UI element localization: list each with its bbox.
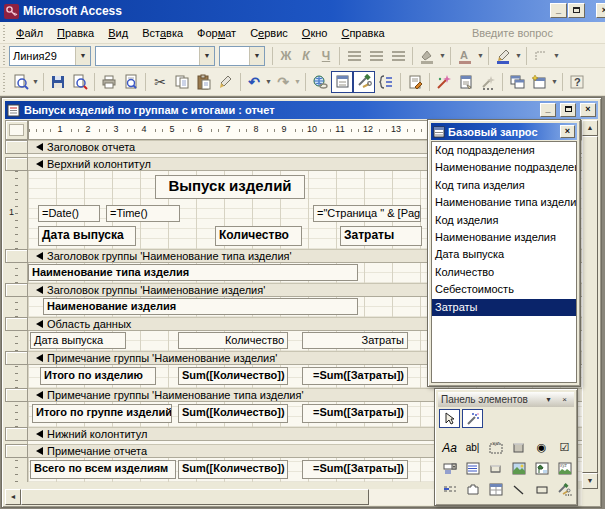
section-selector[interactable]	[5, 351, 28, 365]
section-selector[interactable]	[5, 283, 28, 297]
section-selector[interactable]	[5, 140, 28, 154]
new-object-button[interactable]	[528, 71, 550, 93]
scroll-left-button[interactable]: ◄	[5, 489, 21, 505]
grand-total-label[interactable]: Всего по всем изделиям	[30, 460, 176, 479]
scroll-down-button[interactable]: ▼	[582, 473, 598, 489]
field-item[interactable]: Наименование типа изделия	[432, 194, 576, 211]
object-selector-combo[interactable]: Линия29 ▼	[9, 46, 91, 66]
grand-sum-cost-textbox[interactable]: =Sum([Затраты])	[302, 460, 408, 479]
scroll-up-button[interactable]: ▲	[582, 120, 598, 136]
toggle-button-control[interactable]	[508, 438, 529, 457]
fill-color-dropdown[interactable]: ▼	[438, 45, 447, 67]
horizontal-scroll-thumb[interactable]	[21, 489, 369, 505]
font-name-combo[interactable]: ▼	[95, 46, 215, 66]
report-window-titlebar[interactable]: Выпуск изделий по группам с итогами : от…	[5, 101, 598, 119]
app-close-button[interactable]: ×	[596, 3, 605, 18]
menu-tools[interactable]: Сервис	[243, 25, 295, 41]
undo-dropdown[interactable]: ▼	[264, 71, 273, 93]
print-button[interactable]	[98, 71, 120, 93]
group-total-label[interactable]: Итого по группе изделий	[32, 404, 172, 423]
group-sum-cost-textbox[interactable]: =Sum([Затраты])	[302, 404, 408, 423]
section-selector[interactable]	[5, 388, 28, 402]
grand-sum-qty-textbox[interactable]: Sum([Количество])	[178, 460, 288, 479]
item-total-label[interactable]: Итого по изделию	[40, 367, 156, 385]
detail-date-textbox[interactable]: Дата выпуска	[30, 332, 126, 349]
page-number-textbox[interactable]: ="Страница " & [Page]	[313, 205, 421, 222]
vertical-scrollbar[interactable]: ▲ ▼	[582, 120, 598, 489]
vertical-ruler[interactable]	[5, 402, 28, 427]
label-control-button[interactable]: Aa	[439, 438, 460, 457]
field-item[interactable]: Код изделия	[432, 212, 576, 229]
align-left-button[interactable]	[343, 45, 365, 67]
listbox-control-button[interactable]	[462, 459, 483, 478]
field-item-selected[interactable]: Затраты	[432, 299, 576, 316]
toolbox-button[interactable]	[353, 71, 375, 93]
underline-button[interactable]: Ч	[316, 45, 336, 67]
view-dropdown[interactable]: ▼	[31, 71, 40, 93]
combobox-control-button[interactable]	[439, 459, 460, 478]
menu-insert[interactable]: Вставка	[135, 25, 190, 41]
chevron-down-icon[interactable]: ▼	[75, 47, 90, 65]
copy-button[interactable]	[171, 71, 193, 93]
ask-question-box[interactable]: Введите вопрос	[472, 27, 553, 39]
redo-button[interactable]: ↷	[273, 71, 293, 93]
standard-toolbar-grip[interactable]	[2, 71, 7, 93]
qty-column-label[interactable]: Количество	[215, 226, 302, 246]
section-selector[interactable]	[5, 427, 28, 441]
option-group-button[interactable]: xyz	[485, 438, 506, 457]
menu-file[interactable]: Файл	[9, 25, 50, 41]
formatting-toolbar-grip[interactable]	[2, 46, 7, 64]
report-selector-box[interactable]	[5, 120, 28, 140]
unbound-object-frame-button[interactable]	[531, 459, 552, 478]
report-title-textbox[interactable]: Выпуск изделий	[155, 175, 305, 199]
detail-cost-textbox[interactable]: Затраты	[302, 332, 408, 349]
select-objects-button[interactable]	[439, 409, 460, 428]
cost-column-label[interactable]: Затраты	[340, 226, 422, 246]
field-item[interactable]: Наименование подразделения	[432, 159, 576, 176]
field-item[interactable]: Себестоимость	[432, 281, 576, 298]
line-control-button[interactable]	[508, 480, 529, 499]
checkbox-control-button[interactable]: ☑	[554, 438, 575, 457]
vertical-ruler[interactable]	[5, 331, 28, 351]
insert-hyperlink-button[interactable]	[309, 71, 331, 93]
page-break-control-button[interactable]	[439, 480, 460, 499]
vertical-ruler[interactable]: 1	[5, 171, 28, 249]
align-center-button[interactable]	[365, 45, 387, 67]
tab-control-button[interactable]	[462, 480, 483, 499]
toolbox-options-button[interactable]: ▾	[542, 394, 555, 406]
file-search-button[interactable]	[69, 71, 91, 93]
field-list-close-button[interactable]: ×	[560, 125, 575, 138]
redo-dropdown[interactable]: ▼	[293, 71, 302, 93]
command-button-control[interactable]	[485, 459, 506, 478]
date-textbox[interactable]: =Date()	[38, 205, 100, 222]
field-item[interactable]: Количество	[432, 264, 576, 281]
menu-help[interactable]: Справка	[334, 25, 391, 41]
font-color-button[interactable]: А	[454, 45, 476, 67]
report-close-button[interactable]: ×	[580, 103, 596, 117]
vertical-ruler[interactable]	[5, 365, 28, 388]
section-selector[interactable]	[5, 157, 28, 171]
report-maximize-button[interactable]	[560, 103, 576, 117]
control-wizards-button[interactable]	[462, 409, 483, 428]
line-color-dropdown[interactable]: ▼	[514, 45, 523, 67]
save-button[interactable]	[47, 71, 69, 93]
item-sum-qty-textbox[interactable]: Sum([Количество])	[178, 367, 288, 385]
option-button-control[interactable]: ◉	[531, 438, 552, 457]
rectangle-control-button[interactable]	[531, 480, 552, 499]
chevron-down-icon[interactable]: ▼	[249, 47, 264, 65]
font-color-dropdown[interactable]: ▼	[476, 45, 485, 67]
item-name-textbox[interactable]: Наименование изделия	[43, 298, 358, 315]
view-button[interactable]	[9, 71, 31, 93]
line-color-button[interactable]	[492, 45, 514, 67]
toolbox-close-button[interactable]: ×	[558, 394, 571, 406]
field-list-titlebar[interactable]: Базовый запрос ×	[431, 123, 577, 140]
chevron-down-icon[interactable]: ▼	[199, 47, 214, 65]
textbox-control-button[interactable]: ab|	[462, 438, 483, 457]
sorting-grouping-button[interactable]	[375, 71, 397, 93]
vertical-scroll-thumb[interactable]	[582, 136, 598, 473]
properties-button[interactable]	[455, 71, 477, 93]
type-name-textbox[interactable]: Наименование типа изделия	[28, 264, 358, 281]
more-controls-button[interactable]	[554, 480, 575, 499]
bold-button[interactable]: Ж	[276, 45, 296, 67]
field-item[interactable]: Код типа изделия	[432, 177, 576, 194]
